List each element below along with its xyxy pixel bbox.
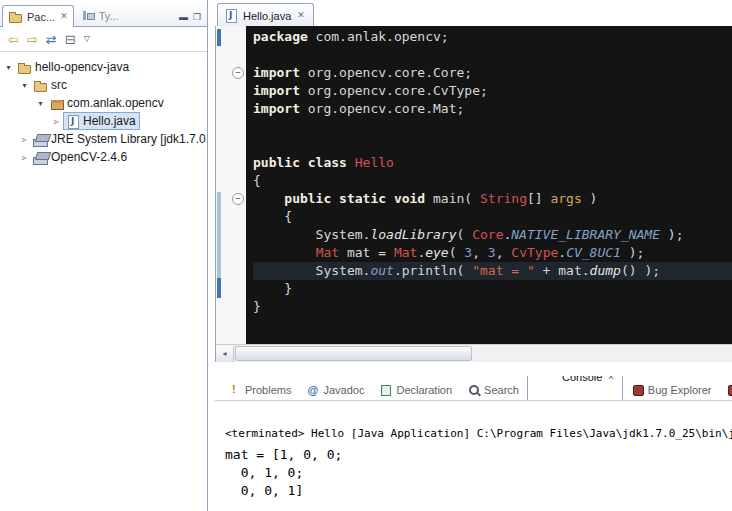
code-token: Mat	[316, 245, 339, 260]
tree-item-hello-java[interactable]: ▹Hello.java	[0, 112, 207, 130]
code-token: package	[253, 29, 308, 44]
code-editor[interactable]: −− package com.anlak.opencv; import org.…	[215, 26, 732, 362]
code-token: args	[550, 191, 581, 206]
tree-item-inner: com.anlak.opencv	[47, 94, 168, 112]
minimize-icon[interactable]: ▬	[179, 13, 188, 22]
twisty-collapsed-icon[interactable]: ▹	[18, 153, 31, 162]
package-explorer-panel: Pac... ✕ Ty... ▬❐ ⇦⇨⇄⊟▽ ▾hello-opencv-ja…	[0, 0, 208, 511]
code-line: System.loadLibrary( Core.NATIVE_LIBRARY_…	[253, 226, 732, 244]
console-icon	[535, 376, 559, 397]
code-token: org.opencv.core.Mat;	[300, 101, 464, 116]
scrollbar-thumb[interactable]	[235, 346, 472, 361]
tab-label: Ty...	[99, 10, 119, 22]
tree-item-hello-opencv-java[interactable]: ▾hello-opencv-java	[0, 58, 207, 76]
tree-item-label: hello-opencv-java	[33, 60, 129, 74]
code-line: package com.anlak.opencv;	[253, 28, 732, 46]
tab-label: Pac...	[27, 11, 55, 23]
tab-search[interactable]: Search	[460, 380, 526, 400]
back-icon[interactable]: ⇦	[8, 33, 19, 46]
code-token: () );	[621, 263, 660, 278]
code-line: public class Hello	[253, 154, 732, 172]
tab-label: Hello.java	[243, 10, 291, 22]
srcfolder-icon	[33, 78, 49, 93]
tab-bug[interactable]: Bug	[719, 380, 732, 400]
code-area[interactable]: package com.anlak.opencv; import org.ope…	[246, 26, 732, 362]
code-token: import	[253, 65, 300, 80]
bottom-tab-bar: ProblemsJavadocDeclarationSearchConsole✕…	[215, 376, 732, 401]
code-line	[253, 46, 732, 64]
code-token: NATIVE_LIBRARY_NAME	[511, 227, 660, 242]
tab-label: Search	[484, 384, 519, 396]
tree-item-inner: JRE System Library [jdk1.7.0	[31, 130, 207, 148]
twisty-collapsed-icon[interactable]: ▹	[50, 117, 63, 126]
tree-item-opencv-2-4-6[interactable]: ▹OpenCV-2.4.6	[0, 148, 207, 166]
horizontal-scrollbar[interactable]: ◂	[216, 344, 732, 362]
left-panel-toolbar: ⇦⇨⇄⊟▽	[0, 27, 207, 52]
tree-item-com-anlak-opencv[interactable]: ▾com.anlak.opencv	[0, 94, 207, 112]
close-icon[interactable]: ✕	[60, 12, 68, 21]
view-menu-icon[interactable]: ▽	[84, 35, 90, 43]
problems-icon	[228, 383, 242, 397]
close-icon[interactable]: ✕	[297, 11, 305, 20]
code-token: import	[253, 101, 300, 116]
panel-window-buttons: ▬❐	[179, 13, 205, 26]
tab-console[interactable]: Console✕	[527, 376, 623, 401]
tab-problems[interactable]: Problems	[221, 380, 298, 400]
bottom-view: ProblemsJavadocDeclarationSearchConsole✕…	[215, 376, 732, 511]
editor-tab-bar: Hello.java ✕	[215, 0, 732, 27]
tree-item-jre-system-library-jdk1-7-0[interactable]: ▹JRE System Library [jdk1.7.0	[0, 130, 207, 148]
twisty-expanded-icon[interactable]: ▾	[2, 63, 15, 72]
code-line: import org.opencv.core.Mat;	[253, 100, 732, 118]
editor-annotation-ruler: −−	[216, 26, 246, 362]
tree-item-inner: OpenCV-2.4.6	[31, 148, 131, 166]
console-output-line: mat = [1, 0, 0;	[225, 446, 732, 464]
code-token: mat =	[339, 245, 394, 260]
tree-item-label: OpenCV-2.4.6	[49, 150, 127, 164]
range-indicator	[217, 278, 221, 298]
code-token: println	[402, 263, 457, 278]
code-token: public class	[253, 155, 347, 170]
code-token: }	[253, 281, 292, 296]
scroll-left-icon[interactable]: ◂	[216, 346, 234, 362]
tab-label: Problems	[245, 384, 291, 396]
code-line: System.out.println( "mat = " + mat.dump(…	[253, 262, 732, 280]
code-token: Hello	[355, 155, 394, 170]
tab-hello-java[interactable]: Hello.java ✕	[217, 3, 314, 27]
tab-declaration[interactable]: Declaration	[372, 380, 459, 400]
fold-marker-icon[interactable]: −	[232, 67, 244, 79]
code-token: eye	[425, 245, 448, 260]
code-token: Mat	[394, 245, 417, 260]
code-token: .	[394, 263, 402, 278]
close-icon[interactable]: ✕	[607, 376, 615, 382]
code-token: org.opencv.core.CvType;	[300, 83, 488, 98]
tree-item-inner: src	[31, 76, 71, 94]
tab-bug-explorer[interactable]: Bug Explorer	[624, 380, 719, 400]
tree-item-src[interactable]: ▾src	[0, 76, 207, 94]
twisty-collapsed-icon[interactable]: ▹	[18, 135, 31, 144]
code-line	[253, 118, 732, 136]
range-indicator	[217, 29, 221, 46]
tab-type-hierarchy[interactable]: Ty...	[74, 4, 125, 26]
console-view: <terminated> Hello [Java Application] C:…	[215, 401, 732, 500]
fold-marker-icon[interactable]: −	[232, 193, 244, 205]
collapse-all-icon[interactable]: ⊟	[65, 33, 76, 46]
code-token: CV_8UC1	[566, 245, 621, 260]
code-token: []	[527, 191, 550, 206]
maximize-icon[interactable]: ❐	[193, 13, 201, 22]
tab-javadoc[interactable]: Javadoc	[299, 380, 371, 400]
tree-item-label: Hello.java	[81, 114, 136, 128]
code-token: "mat = "	[472, 263, 535, 278]
code-token: (	[457, 263, 473, 278]
console-output-line: 0, 0, 1]	[225, 482, 732, 500]
bug-icon	[726, 383, 732, 397]
code-token: ,	[496, 245, 512, 260]
link-with-editor-icon[interactable]: ⇄	[46, 33, 57, 46]
tab-package-explorer[interactable]: Pac... ✕	[2, 5, 74, 27]
twisty-expanded-icon[interactable]: ▾	[34, 99, 47, 108]
code-token: org.opencv.core.Core;	[300, 65, 472, 80]
forward-icon[interactable]: ⇨	[27, 33, 38, 46]
code-token: (	[457, 227, 473, 242]
tab-label: Console	[562, 376, 602, 383]
console-output: mat = [1, 0, 0; 0, 1, 0; 0, 0, 1]	[225, 446, 732, 500]
twisty-expanded-icon[interactable]: ▾	[18, 81, 31, 90]
